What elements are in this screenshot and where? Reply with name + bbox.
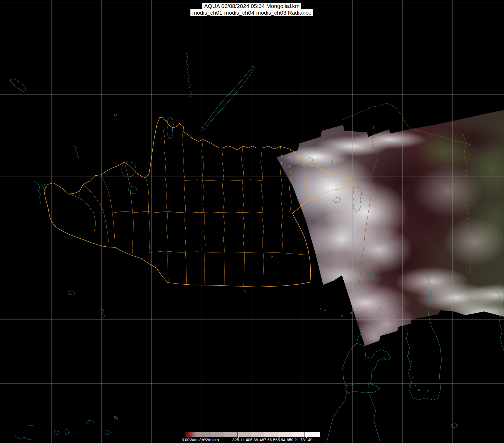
- colorbar-segment: [305, 432, 318, 437]
- coastline-lake-path: [15, 436, 32, 440]
- coastline-lake-path: [345, 383, 380, 393]
- coastline-lake-path: [368, 274, 374, 280]
- island-dot: [423, 392, 424, 393]
- colorbar-segment: [264, 432, 277, 437]
- coastline-lake-path: [114, 114, 117, 116]
- province-border: [114, 211, 263, 213]
- coastline-lake-path: [327, 343, 357, 443]
- coastline-lake-path: [86, 420, 94, 424]
- colorbar-segment: [238, 432, 251, 437]
- graticule-layer: [0, 0, 504, 443]
- province-border: [202, 140, 205, 284]
- title-line-2: modis_ch01-modis_ch04-modis_ch03 Radianc…: [190, 9, 313, 16]
- colorbar-segment: [251, 432, 264, 437]
- province-border: [146, 178, 150, 260]
- province-border-layer: [69, 127, 309, 286]
- foreign-border: [359, 125, 378, 284]
- foreign-border: [342, 103, 471, 145]
- island-dot: [271, 256, 273, 258]
- island-dot: [428, 390, 429, 391]
- colorbar-zero-tick: [184, 432, 184, 437]
- colorbar-segment: [197, 432, 210, 437]
- island-dot: [418, 390, 420, 391]
- coastline-lake-path: [65, 429, 69, 435]
- island-dot: [410, 385, 411, 386]
- coastline-lake-path: [10, 79, 26, 92]
- coastline-lake-path: [101, 308, 105, 318]
- island-dot: [412, 361, 413, 362]
- colorbar-unit-label: 0.00Watts/m^2/micro: [182, 437, 219, 442]
- province-border: [289, 149, 292, 213]
- coastline-lake-path: [186, 53, 191, 97]
- title-line-1: AQUA 06/08/2024 05:04 Mongolia1km: [202, 3, 301, 9]
- island-dot: [415, 384, 416, 386]
- coastline-lake-path: [451, 424, 458, 428]
- province-border: [302, 160, 307, 201]
- foreign-border: [463, 133, 471, 274]
- province-border: [222, 148, 225, 285]
- province-border: [101, 175, 115, 246]
- coastline-lake-path: [27, 425, 34, 426]
- coastline-lake-path: [353, 187, 362, 212]
- island-dot: [115, 417, 116, 419]
- coastline-lake-path: [202, 66, 254, 130]
- coastline-lake-path: [330, 159, 333, 164]
- colorbar-tick-mark: [306, 437, 307, 438]
- foreign-border-layer: [342, 103, 471, 284]
- colorbar-tick-mark: [293, 437, 293, 438]
- radiance-colorbar: [184, 432, 318, 437]
- province-border: [280, 146, 283, 252]
- coastline-lake-path: [68, 291, 75, 295]
- coastline-lake-path: [128, 186, 137, 193]
- colorbar-segment: [184, 432, 197, 437]
- water-layer: [10, 53, 504, 443]
- province-border: [261, 148, 264, 286]
- coastline-lake-path: [73, 146, 79, 158]
- island-dot: [341, 315, 343, 317]
- province-border: [163, 128, 168, 281]
- island-dot: [409, 353, 410, 354]
- island-dot: [244, 291, 245, 292]
- coastline-lake-path: [104, 431, 111, 435]
- coastline-lake-path: [122, 162, 136, 177]
- province-border: [69, 194, 96, 231]
- colorbar-end-cap: [318, 432, 320, 437]
- colorbar-tick-mark: [252, 437, 252, 438]
- coastline-lake-path: [34, 181, 41, 205]
- colorbar-segment: [278, 432, 291, 437]
- country-border-layer: [44, 117, 354, 287]
- colorbar-segment: [291, 432, 304, 437]
- coastline-lake-path: [42, 184, 46, 189]
- island-dot: [411, 345, 413, 346]
- island-dot: [412, 377, 414, 378]
- map-canvas: [0, 0, 504, 443]
- mongolia-border: [44, 117, 354, 287]
- coastline-lake-path: [114, 416, 118, 420]
- satellite-map-viewport: AQUA 06/08/2024 05:04 Mongolia1km modis_…: [0, 0, 504, 443]
- colorbar-tick-mark: [238, 437, 239, 438]
- coastline-lake-path: [167, 117, 173, 139]
- colorbar-tick-mark: [266, 437, 266, 438]
- province-border: [149, 251, 309, 255]
- coastline-lake-path: [357, 306, 391, 443]
- province-border: [83, 184, 109, 242]
- island-dot: [324, 310, 326, 311]
- island-dot: [351, 313, 352, 314]
- coastline-lake-path: [54, 431, 60, 435]
- colorbar-segment: [211, 432, 224, 437]
- colorbar-tick-mark: [279, 437, 280, 438]
- province-border: [182, 127, 187, 284]
- coastline-lake-path: [334, 197, 340, 202]
- coastline-lake-path: [398, 274, 441, 400]
- colorbar-segment: [224, 432, 237, 437]
- province-border: [241, 146, 245, 286]
- island-dot: [320, 309, 321, 310]
